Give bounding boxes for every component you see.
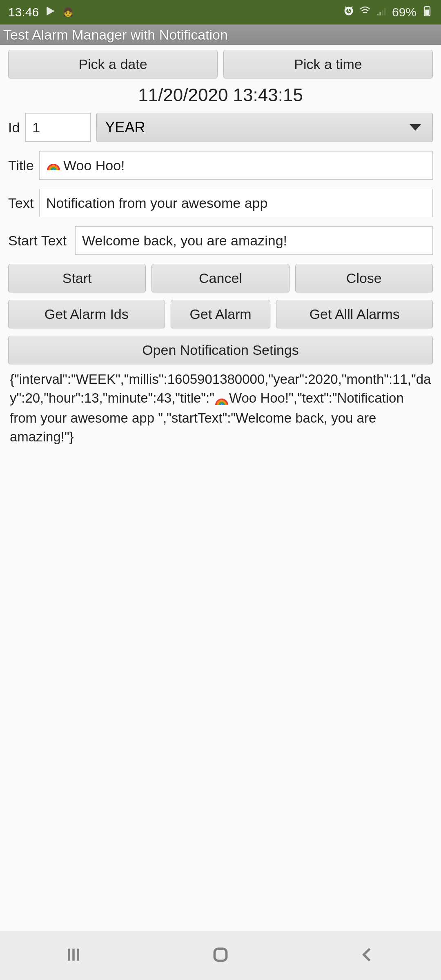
recents-button[interactable] — [65, 946, 82, 965]
android-nav-bar — [0, 931, 441, 980]
main-content: Pick a date Pick a time 11/20/2020 13:43… — [0, 45, 441, 457]
id-label: Id — [8, 120, 20, 136]
cancel-label: Cancel — [199, 270, 242, 286]
get-alarm-ids-button[interactable]: Get Alarm Ids — [8, 300, 165, 328]
signal-icon — [376, 5, 387, 20]
get-all-alarms-label: Get Alll Alarms — [310, 306, 400, 322]
app-title: Test Alarm Manager with Notification — [3, 27, 228, 43]
id-input[interactable] — [25, 113, 91, 142]
starttext-input[interactable] — [75, 226, 433, 255]
text-row: Text — [8, 189, 433, 217]
starttext-label: Start Text — [8, 233, 69, 249]
battery-percent: 69% — [392, 5, 416, 19]
notification-icon: 👧 — [62, 7, 74, 18]
play-store-icon — [45, 5, 56, 19]
svg-rect-2 — [425, 9, 429, 15]
alarm-icon — [343, 5, 354, 20]
chevron-down-icon — [410, 124, 421, 131]
app-bar: Test Alarm Manager with Notification — [0, 24, 441, 45]
pick-time-label: Pick a time — [294, 56, 362, 72]
close-label: Close — [346, 270, 382, 286]
pick-date-label: Pick a date — [78, 56, 147, 72]
interval-selected-value: YEAR — [105, 119, 145, 136]
cancel-button[interactable]: Cancel — [151, 264, 289, 292]
interval-select[interactable]: YEAR — [96, 113, 433, 142]
svg-rect-1 — [426, 6, 429, 7]
id-row: Id YEAR — [8, 113, 433, 142]
title-label: Title — [8, 158, 33, 174]
get-alarm-button[interactable]: Get Alarm — [171, 300, 271, 328]
home-button[interactable] — [212, 946, 229, 965]
get-alarm-ids-label: Get Alarm Ids — [45, 306, 129, 322]
text-input[interactable] — [39, 189, 433, 217]
pick-date-button[interactable]: Pick a date — [8, 50, 218, 78]
text-label: Text — [8, 195, 33, 211]
battery-icon — [421, 5, 433, 20]
status-right: 69% — [343, 5, 433, 20]
wifi-icon — [359, 5, 371, 20]
title-value: Woo Hoo! — [63, 158, 125, 174]
get-all-alarms-button[interactable]: Get Alll Alarms — [276, 300, 433, 328]
svg-rect-6 — [214, 949, 226, 960]
get-alarm-label: Get Alarm — [189, 306, 251, 322]
title-row: Title Woo Hoo! — [8, 151, 433, 180]
open-notification-settings-button[interactable]: Open Notification Setings — [8, 336, 433, 364]
start-label: Start — [62, 270, 92, 286]
title-input[interactable]: Woo Hoo! — [39, 151, 433, 180]
action-row-3: Open Notification Setings — [8, 336, 433, 364]
start-button[interactable]: Start — [8, 264, 146, 292]
json-output: {"interval":"WEEK","millis":160590138000… — [8, 364, 433, 452]
picker-row: Pick a date Pick a time — [8, 50, 433, 78]
action-row-2: Get Alarm Ids Get Alarm Get Alll Alarms — [8, 300, 433, 328]
action-row-1: Start Cancel Close — [8, 264, 433, 292]
back-button[interactable] — [359, 946, 376, 965]
rainbow-icon — [214, 390, 229, 408]
status-time: 13:46 — [8, 5, 39, 19]
pick-time-button[interactable]: Pick a time — [223, 50, 433, 78]
close-button[interactable]: Close — [295, 264, 433, 292]
rainbow-icon — [46, 158, 61, 173]
status-left: 13:46 👧 — [8, 5, 74, 19]
status-bar: 13:46 👧 69% — [0, 0, 441, 24]
datetime-display: 11/20/2020 13:43:15 — [8, 85, 433, 105]
starttext-row: Start Text — [8, 226, 433, 255]
open-settings-label: Open Notification Setings — [142, 342, 299, 358]
